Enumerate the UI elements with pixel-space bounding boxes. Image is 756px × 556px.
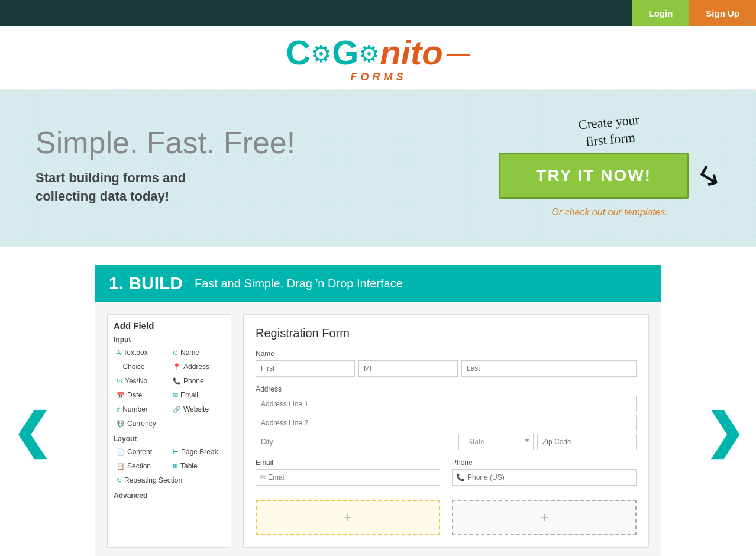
field-repeating-section[interactable]: ↻ Repeating Section <box>114 474 225 487</box>
number-icon: # <box>117 406 120 413</box>
hero-handwriting: Create yourfirst form <box>578 112 642 151</box>
name-row <box>256 360 637 377</box>
name-last-input[interactable] <box>461 360 637 377</box>
address-label: Address <box>256 385 637 393</box>
hero-right: Create yourfirst form TRY IT NOW! ↵ Or c… <box>499 114 721 218</box>
field-name[interactable]: ⊙ Name <box>170 346 225 359</box>
currency-icon: 💱 <box>117 420 125 428</box>
pagebreak-icon: ⊢ <box>173 448 179 456</box>
address-icon: 📍 <box>173 363 181 371</box>
logo-forms-text: FORMS <box>351 71 407 83</box>
logo: C ⚙ G ⚙ nito — FORMS <box>24 35 732 83</box>
address-city-row: State <box>256 434 637 450</box>
login-button[interactable]: Login <box>632 0 690 26</box>
state-select[interactable]: State <box>463 434 534 450</box>
logo-dash-icon: — <box>447 41 470 64</box>
field-choice[interactable]: ≡ Choice <box>114 360 169 373</box>
advanced-section-label: Advanced <box>114 492 225 500</box>
carousel-left-button[interactable]: ❮ <box>12 403 51 458</box>
layout-fields-grid: 📄 Content ⊢ Page Break 📋 Section ⊞ Table… <box>114 445 225 487</box>
build-section: 1. BUILD Fast and Simple, Drag 'n Drop I… <box>47 265 709 556</box>
logo-gear2-icon: ⚙ <box>358 42 380 66</box>
add-field-title: Add Field <box>114 321 225 331</box>
logo-g-icon: G <box>332 35 358 70</box>
drop-zones-row: + + <box>256 500 637 535</box>
registration-form-panel: Registration Form Name Address <box>243 314 649 548</box>
input-fields-grid: A Textbox ⊙ Name ≡ Choice 📍 Address ☑ Ye… <box>114 346 225 430</box>
plus-icon-right: + <box>540 509 548 526</box>
date-icon: 📅 <box>117 392 125 399</box>
choice-icon: ≡ <box>117 363 120 370</box>
arrow-icon: ↵ <box>687 154 728 198</box>
zip-input[interactable] <box>537 434 637 450</box>
name-label: Name <box>256 350 637 358</box>
logo-nito-icon: nito <box>380 35 442 70</box>
address-field-group: Address State <box>256 385 637 450</box>
add-field-panel: Add Field Input A Textbox ⊙ Name ≡ Choic… <box>107 314 231 548</box>
field-address[interactable]: 📍 Address <box>170 360 225 373</box>
field-number[interactable]: # Number <box>114 403 169 416</box>
phone-field-group: Phone 📞 <box>452 458 637 486</box>
input-section-label: Input <box>114 335 225 344</box>
address-line1-input[interactable] <box>256 396 637 412</box>
build-subtitle: Fast and Simple, Drag 'n Drop Interface <box>195 277 403 290</box>
top-nav: Login Sign Up <box>0 0 756 26</box>
field-section[interactable]: 📋 Section <box>114 460 169 473</box>
address-line2-input[interactable] <box>256 415 637 431</box>
build-number: 1. BUILD <box>109 273 183 293</box>
field-website[interactable]: 🔗 Website <box>170 403 225 416</box>
build-header: 1. BUILD Fast and Simple, Drag 'n Drop I… <box>95 265 661 302</box>
form-demo: Add Field Input A Textbox ⊙ Name ≡ Choic… <box>95 302 661 556</box>
email-label: Email <box>256 458 440 467</box>
field-date[interactable]: 📅 Date <box>114 389 169 402</box>
form-demo-container: ❮ Add Field Input A Textbox ⊙ Name ≡ Cho… <box>47 302 709 556</box>
email-icon: ✉ <box>173 392 178 399</box>
email-phone-row: Email ✉ Phone 📞 <box>256 458 637 494</box>
layout-section-label: Layout <box>114 435 225 443</box>
field-yesno[interactable]: ☑ Yes/No <box>114 374 169 387</box>
phone-label: Phone <box>452 458 637 467</box>
logo-c-icon: C <box>286 35 311 70</box>
name-field-group: Name <box>256 350 637 377</box>
logo-gear1-icon: ⚙ <box>311 42 332 66</box>
reg-form-title: Registration Form <box>256 327 637 340</box>
field-email[interactable]: ✉ Email <box>170 389 225 402</box>
hero-left: Simple. Fast. Free! Start building forms… <box>35 126 295 206</box>
hero-section: Simple. Fast. Free! Start building forms… <box>0 90 756 247</box>
phone-field-icon: 📞 <box>456 473 465 481</box>
site-header: C ⚙ G ⚙ nito — FORMS <box>0 26 756 90</box>
carousel-right-button[interactable]: ❯ <box>705 403 744 458</box>
field-table[interactable]: ⊞ Table <box>170 460 225 473</box>
field-content[interactable]: 📄 Content <box>114 445 169 458</box>
yesno-icon: ☑ <box>117 377 122 385</box>
email-field-icon: ✉ <box>260 473 266 481</box>
textbox-icon: A <box>117 349 121 356</box>
city-input[interactable] <box>256 434 459 450</box>
name-icon: ⊙ <box>173 349 178 357</box>
templates-link[interactable]: Or check out our templates. <box>551 207 668 218</box>
name-first-input[interactable] <box>256 360 355 377</box>
website-icon: 🔗 <box>173 406 181 413</box>
content-icon: 📄 <box>117 448 125 456</box>
email-field-group: Email ✉ <box>256 458 440 486</box>
hero-headline: Simple. Fast. Free! <box>35 126 295 160</box>
field-phone[interactable]: 📞 Phone <box>170 374 225 387</box>
section-icon: 📋 <box>117 463 125 470</box>
drop-zone-right[interactable]: + <box>452 500 637 535</box>
phone-input[interactable] <box>467 473 632 481</box>
plus-icon-left: + <box>344 509 352 526</box>
name-mi-input[interactable] <box>358 360 458 377</box>
field-textbox[interactable]: A Textbox <box>114 346 169 359</box>
drop-zone-left[interactable]: + <box>256 500 440 535</box>
repeating-icon: ↻ <box>117 477 122 484</box>
signup-button[interactable]: Sign Up <box>689 0 756 26</box>
email-input[interactable] <box>268 473 436 481</box>
field-page-break[interactable]: ⊢ Page Break <box>170 445 225 458</box>
try-now-button[interactable]: TRY IT NOW! <box>499 153 689 199</box>
hero-subheadline: Start building forms andcollecting data … <box>35 169 295 206</box>
phone-icon: 📞 <box>173 377 181 385</box>
field-currency[interactable]: 💱 Currency <box>114 417 169 430</box>
table-icon: ⊞ <box>173 463 178 470</box>
